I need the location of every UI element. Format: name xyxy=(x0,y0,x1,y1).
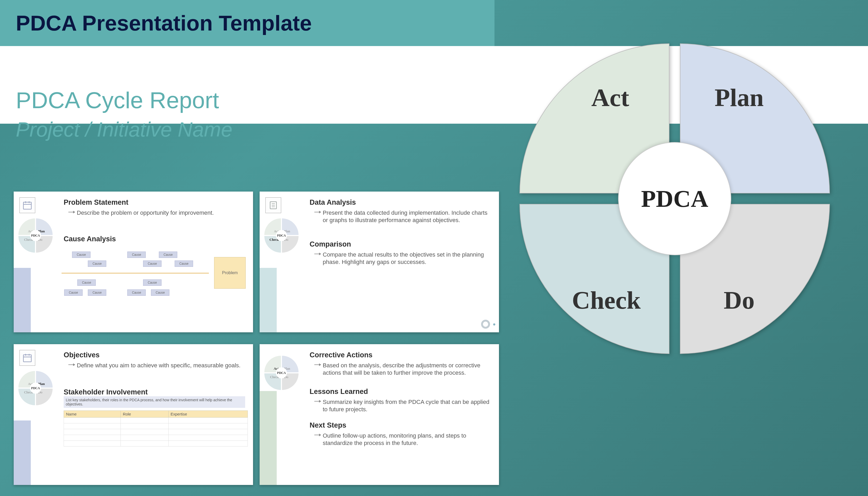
subtitle-2: Project / Initiative Name xyxy=(16,118,494,142)
subtitle-1: PDCA Cycle Report xyxy=(16,87,494,114)
col-name: Name xyxy=(64,411,121,418)
section-title: Stakeholder Involvement xyxy=(64,388,245,396)
svg-rect-0 xyxy=(23,202,31,209)
left-color-block xyxy=(14,268,31,332)
col-expertise: Expertise xyxy=(168,411,248,418)
fishbone-cause: Cause xyxy=(143,279,161,286)
thumbnail-grid: Act Plan Check Do PDCA Problem Statement… xyxy=(14,191,508,485)
table-row xyxy=(64,429,248,435)
fishbone-cause: Cause xyxy=(64,290,83,296)
thumb-content: Corrective Actions Based on the analysis… xyxy=(310,349,491,447)
mini-pdca-wheel: Act Plan Check Do PDCA xyxy=(264,356,299,390)
fishbone-cause: Cause xyxy=(127,290,146,296)
fishbone-cause: Cause xyxy=(88,261,106,267)
section-bullet: Present the data collected during implem… xyxy=(323,209,491,224)
header-band: PDCA Presentation Template xyxy=(0,0,494,46)
decoration-circle-icon xyxy=(481,320,490,329)
fishbone-cause: Cause xyxy=(151,290,169,296)
section-title: Objectives xyxy=(64,351,245,359)
section-bullet: Summarize key insights from the PDCA cyc… xyxy=(323,398,491,413)
fishbone-cause: Cause xyxy=(143,261,161,267)
mini-center: PDCA xyxy=(276,367,287,378)
section-bullet: Based on the analysis, describe the adju… xyxy=(323,362,491,376)
fishbone-problem: Problem xyxy=(214,257,246,289)
thumb-left-col: Act Plan Check Do PDCA xyxy=(259,344,304,485)
table-caption: List key stakeholders, their roles in th… xyxy=(64,396,245,408)
stakeholder-table: Name Role Expertise xyxy=(64,410,248,447)
thumb-left-col: Act Plan Check Do PDCA xyxy=(14,344,58,485)
section-bullet: Describe the problem or opportunity for … xyxy=(77,209,245,217)
col-role: Role xyxy=(121,411,168,418)
table-row xyxy=(64,418,248,423)
thumb-problem-statement: Act Plan Check Do PDCA Problem Statement… xyxy=(14,191,253,332)
calendar-icon xyxy=(19,350,35,366)
section-title: Comparison xyxy=(310,240,491,248)
fishbone-diagram: Problem Cause Cause Cause Cause Cause Ca… xyxy=(62,248,246,299)
fishbone-cause: Cause xyxy=(77,279,96,286)
thumb-left-col: Act Plan Check Do PDCA xyxy=(14,191,58,332)
thumb-data-analysis: Act Plan Check Do PDCA Data Analysis Pre… xyxy=(259,191,499,332)
left-color-block xyxy=(259,391,277,485)
section-title: Cause Analysis xyxy=(64,235,245,243)
section-title: Lessons Learned xyxy=(310,388,491,396)
table-row xyxy=(64,441,248,447)
thumb-content: Objectives Define what you aim to achiev… xyxy=(64,349,245,447)
section-title: Problem Statement xyxy=(64,198,245,206)
mini-pdca-wheel: Act Plan Check Do PDCA xyxy=(18,218,52,253)
wheel-center: PDCA xyxy=(618,142,731,255)
pdca-wheel: Act Plan Check Do PDCA xyxy=(520,43,830,354)
mini-center: PDCA xyxy=(30,230,41,241)
thumb-content: Data Analysis Present the data collected… xyxy=(310,196,491,266)
svg-rect-8 xyxy=(23,355,31,362)
section-bullet: Define what you aim to achieve with spec… xyxy=(77,362,245,369)
section-bullet: Outline follow-up actions, monitoring pl… xyxy=(323,432,491,447)
mini-center: PDCA xyxy=(30,383,41,394)
list-icon xyxy=(265,197,281,213)
calendar-icon xyxy=(19,197,35,213)
page-title: PDCA Presentation Template xyxy=(16,11,312,35)
thumb-left-col: Act Plan Check Do PDCA xyxy=(259,191,304,332)
fishbone-cause: Cause xyxy=(88,290,106,296)
fishbone-cause: Cause xyxy=(159,251,177,258)
section-title: Data Analysis xyxy=(310,198,491,206)
left-color-block xyxy=(14,420,31,485)
fishbone-cause: Cause xyxy=(72,251,91,258)
thumb-objectives: Act Plan Check Do PDCA Objectives Define… xyxy=(14,344,253,485)
sub-band: PDCA Cycle Report Project / Initiative N… xyxy=(0,79,494,186)
mini-center: PDCA xyxy=(276,230,287,241)
mini-pdca-wheel: Act Plan Check Do PDCA xyxy=(264,218,299,253)
fishbone-cause: Cause xyxy=(127,251,146,258)
table-row xyxy=(64,435,248,441)
mini-pdca-wheel: Act Plan Check Do PDCA xyxy=(18,371,52,405)
fishbone-cause: Cause xyxy=(175,261,193,267)
section-title: Corrective Actions xyxy=(310,351,491,359)
thumb-corrective-actions: Act Plan Check Do PDCA Corrective Action… xyxy=(259,344,499,485)
thumb-content: Problem Statement Describe the problem o… xyxy=(64,196,245,299)
table-row xyxy=(64,423,248,429)
section-title: Next Steps xyxy=(310,421,491,430)
section-bullet: Compare the actual results to the object… xyxy=(323,251,491,266)
decoration-dot-icon xyxy=(493,323,495,325)
left-color-block xyxy=(259,268,277,332)
